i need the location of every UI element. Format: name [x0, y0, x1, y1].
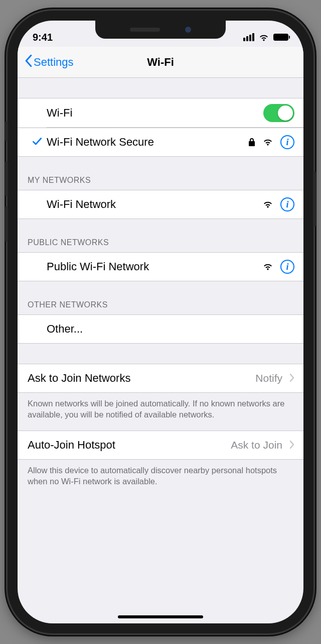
volume-up-button [5, 161, 8, 196]
cellular-signal-icon [243, 33, 254, 41]
power-button [313, 171, 316, 227]
front-camera [185, 27, 191, 33]
chevron-right-icon [289, 372, 294, 384]
screen: 9:41 Settings Wi-Fi [18, 21, 303, 623]
back-label: Settings [34, 56, 74, 69]
auto-join-row[interactable]: Auto-Join Hotspot Ask to Join [18, 431, 303, 460]
network-row-public-0[interactable]: Public Wi-Fi Network i [18, 252, 303, 281]
public-networks-header: PUBLIC NETWORKS [18, 219, 303, 252]
network-info-button[interactable]: i [280, 260, 294, 274]
wifi-toggle-switch[interactable] [263, 104, 294, 122]
chevron-right-icon [289, 439, 294, 451]
ask-to-join-label: Ask to Join Networks [28, 372, 255, 385]
auto-join-label: Auto-Join Hotspot [28, 439, 231, 452]
wifi-strength-icon [262, 261, 273, 273]
my-networks-header: MY NETWORKS [18, 157, 303, 190]
ask-to-join-footer: Known networks will be joined automatica… [18, 393, 303, 431]
wifi-strength-icon [262, 136, 273, 148]
connected-network-row[interactable]: Wi-Fi Network Secure i [18, 128, 303, 157]
checkmark-icon [32, 136, 43, 149]
chevron-left-icon [25, 55, 34, 70]
speaker-grille [130, 28, 160, 32]
home-indicator[interactable] [118, 615, 203, 618]
network-info-button[interactable]: i [280, 197, 294, 211]
ask-to-join-value: Notify [255, 372, 282, 384]
notch [95, 21, 226, 39]
network-info-button[interactable]: i [280, 135, 294, 149]
mute-switch [5, 121, 8, 141]
nav-bar: Settings Wi-Fi [18, 47, 303, 78]
device-frame: 9:41 Settings Wi-Fi [8, 11, 313, 633]
battery-icon [273, 34, 288, 41]
other-networks-header: OTHER NETWORKS [18, 281, 303, 314]
auto-join-footer: Allow this device to automatically disco… [18, 460, 303, 497]
wifi-toggle-row: Wi-Fi [18, 98, 303, 127]
wifi-strength-icon [262, 198, 273, 210]
other-network-row[interactable]: Other... [18, 314, 303, 344]
wifi-status-icon [258, 33, 269, 41]
network-name: Public Wi-Fi Network [47, 260, 262, 273]
network-name: Wi-Fi Network [47, 198, 262, 211]
content-area[interactable]: Wi-Fi Wi-Fi Network Secure [18, 78, 303, 623]
auto-join-value: Ask to Join [231, 439, 282, 451]
network-row-my-0[interactable]: Wi-Fi Network i [18, 190, 303, 219]
lock-icon [248, 138, 255, 147]
page-title: Wi-Fi [147, 56, 174, 69]
other-label: Other... [47, 323, 294, 336]
status-time: 9:41 [33, 32, 53, 43]
wifi-toggle-label: Wi-Fi [47, 106, 263, 120]
ask-to-join-row[interactable]: Ask to Join Networks Notify [18, 364, 303, 393]
connected-network-name: Wi-Fi Network Secure [47, 136, 248, 149]
volume-down-button [5, 206, 8, 242]
back-button[interactable]: Settings [25, 55, 74, 70]
